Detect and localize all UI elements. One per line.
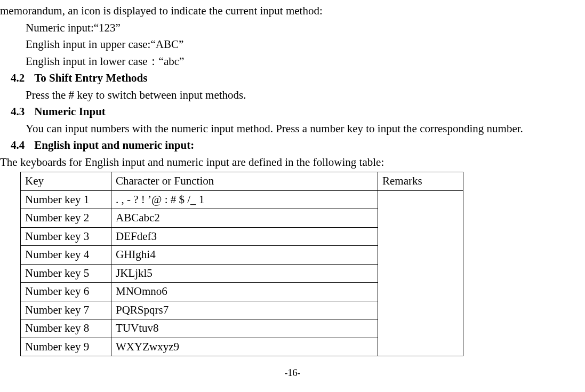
cell-key: Number key 1 bbox=[21, 190, 111, 209]
keyboard-table: Key Character or Function Remarks Number… bbox=[20, 172, 463, 356]
cell-remarks bbox=[378, 190, 463, 356]
cell-key: Number key 2 bbox=[21, 209, 111, 228]
cell-char: JKLjkl5 bbox=[111, 264, 378, 283]
section-4-4-title: English input and numeric input: bbox=[34, 139, 194, 151]
table-header-char: Character or Function bbox=[111, 172, 378, 191]
cell-char: ABCabc2 bbox=[111, 209, 378, 228]
table-header-key: Key bbox=[21, 172, 111, 191]
table-header-row: Key Character or Function Remarks bbox=[21, 172, 463, 191]
cell-char: TUVtuv8 bbox=[111, 319, 378, 338]
section-4-4-body: The keyboards for English input and nume… bbox=[0, 154, 585, 171]
cell-char: . , - ? ! ’@ : # $ /_ 1 bbox=[111, 190, 378, 209]
section-4-2-title: To Shift Entry Methods bbox=[34, 71, 147, 84]
cell-char: GHIghi4 bbox=[111, 246, 378, 265]
section-4-2-heading: 4.2To Shift Entry Methods bbox=[0, 70, 585, 87]
cell-key: Number key 5 bbox=[21, 264, 111, 283]
section-4-2-number: 4.2 bbox=[11, 70, 25, 87]
table-row: Number key 1 . , - ? ! ’@ : # $ /_ 1 bbox=[21, 190, 463, 209]
cell-char: MNOmno6 bbox=[111, 283, 378, 301]
page-number: -16- bbox=[0, 366, 585, 380]
section-4-3-body: You can input numbers with the numeric i… bbox=[0, 121, 585, 138]
cell-char: PQRSpqrs7 bbox=[111, 301, 378, 319]
cell-key: Number key 8 bbox=[21, 319, 111, 338]
section-4-4-heading: 4.4English input and numeric input: bbox=[0, 137, 585, 154]
cell-key: Number key 9 bbox=[21, 338, 111, 356]
section-4-3-title: Numeric Input bbox=[34, 105, 106, 118]
section-4-4-number: 4.4 bbox=[11, 137, 25, 154]
cell-char: WXYZwxyz9 bbox=[111, 338, 378, 356]
cell-char: DEFdef3 bbox=[111, 227, 378, 246]
cell-key: Number key 6 bbox=[21, 283, 111, 301]
table-header-remarks: Remarks bbox=[378, 172, 463, 191]
cell-key: Number key 7 bbox=[21, 301, 111, 319]
cell-key: Number key 3 bbox=[21, 227, 111, 246]
cell-key: Number key 4 bbox=[21, 246, 111, 265]
section-4-3-heading: 4.3Numeric Input bbox=[0, 103, 585, 121]
section-4-2-body: Press the # key to switch between input … bbox=[0, 87, 585, 104]
intro-line: memorandum, an icon is displayed to indi… bbox=[0, 3, 585, 20]
method-upper: English input in upper case:“ABC” bbox=[0, 36, 585, 53]
method-numeric: Numeric input:“123” bbox=[0, 20, 585, 37]
method-lower: English input in lower case：“abc” bbox=[0, 53, 585, 70]
section-4-3-number: 4.3 bbox=[11, 103, 25, 121]
